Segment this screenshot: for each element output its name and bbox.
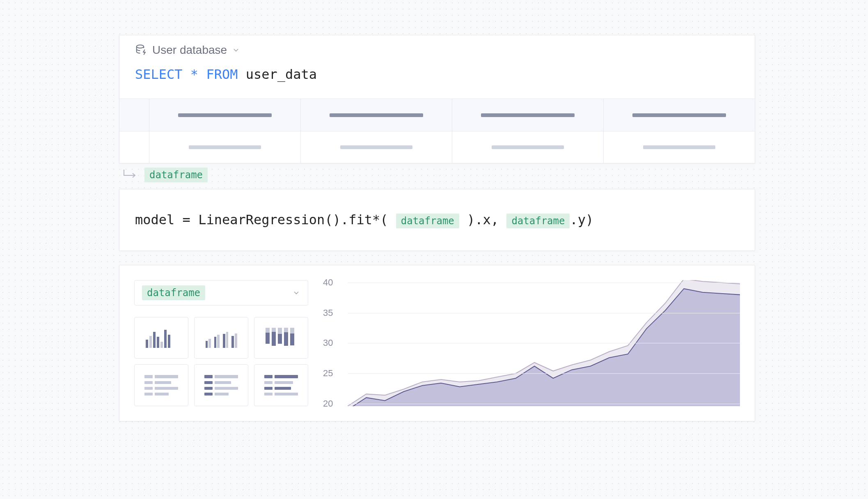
python-panel: model = LinearRegression().fit*( datafra… bbox=[119, 189, 755, 251]
chart-type-bar-simple[interactable] bbox=[134, 317, 188, 359]
chart-type-table-striped[interactable] bbox=[254, 364, 308, 406]
result-table-placeholder bbox=[119, 99, 755, 163]
output-variable-tag: dataframe bbox=[144, 168, 208, 182]
chart-type-table-accent[interactable] bbox=[194, 364, 248, 406]
database-selector[interactable]: User database bbox=[119, 35, 755, 61]
chart-panel: dataframe bbox=[119, 265, 755, 421]
python-editor[interactable]: model = LinearRegression().fit*( datafra… bbox=[135, 211, 739, 229]
chart-config-sidebar: dataframe bbox=[134, 280, 308, 406]
database-label: User database bbox=[152, 44, 227, 57]
variable-ref-dataframe: dataframe bbox=[506, 214, 570, 228]
svg-point-0 bbox=[137, 45, 144, 48]
output-flow-indicator: dataframe bbox=[119, 163, 755, 189]
chart-type-bar-grouped[interactable] bbox=[194, 317, 248, 359]
chart-plot-area: 40 35 30 25 20 bbox=[323, 280, 740, 406]
variable-ref-dataframe: dataframe bbox=[396, 214, 459, 228]
sql-panel: User database SELECT * FROM user_data bbox=[119, 35, 755, 163]
chart-type-table-light[interactable] bbox=[134, 364, 188, 406]
chart-type-bar-stacked[interactable] bbox=[254, 317, 308, 359]
chart-source-select[interactable]: dataframe bbox=[134, 280, 308, 306]
flow-arrow-icon bbox=[122, 168, 140, 182]
chevron-down-icon bbox=[232, 46, 240, 54]
chevron-down-icon bbox=[292, 289, 300, 297]
database-lightning-icon bbox=[135, 44, 147, 56]
sql-editor[interactable]: SELECT * FROM user_data bbox=[119, 61, 755, 99]
chart-y-axis: 40 35 30 25 20 bbox=[323, 280, 342, 406]
